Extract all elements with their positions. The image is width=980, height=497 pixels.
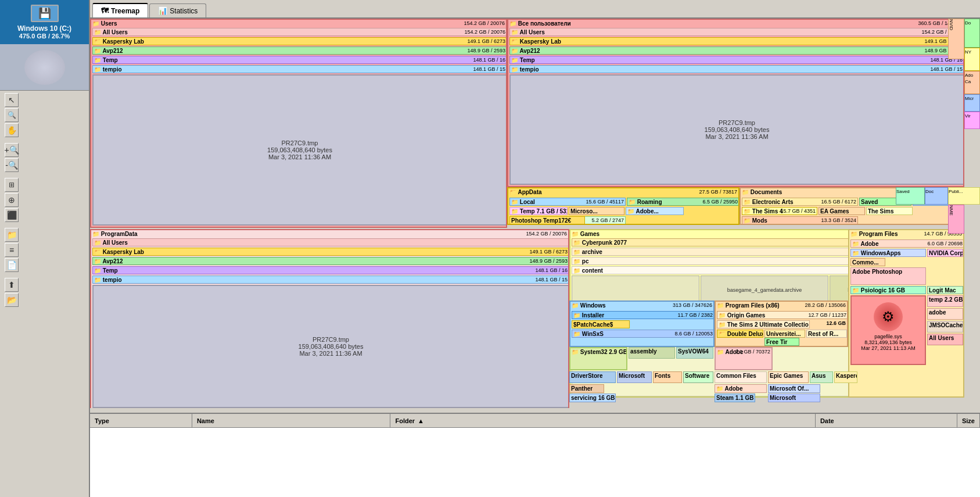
epic-games-cell[interactable]: Epic Games bbox=[768, 371, 809, 383]
list-tool[interactable]: ≡ bbox=[5, 243, 19, 257]
photoshop-temp[interactable]: Photoshop Temp172€ bbox=[509, 216, 585, 224]
hand-tool[interactable]: ✋ bbox=[5, 123, 19, 137]
grid-tool[interactable]: ⊞ bbox=[5, 178, 19, 192]
origin-games-row[interactable]: 📁 Origin Games 12.7 GB / 11237 bbox=[717, 311, 848, 319]
adobe-section[interactable]: 📁 Adobe 7.1 GB / 70372 bbox=[715, 347, 773, 370]
vse-temp[interactable]: 📁 Temp 148.1 GB / 16 bbox=[509, 56, 964, 64]
adobe-photoshop-row[interactable]: Adobe Photoshop bbox=[850, 267, 926, 285]
drive-info[interactable]: 💾 Windows 10 (C:) 475.0 GB / 26.7% bbox=[0, 0, 89, 44]
stop-tool[interactable]: ⬛ bbox=[5, 208, 19, 222]
mods-row[interactable]: 📁 Mods 13.3 GB / 3524 bbox=[742, 216, 858, 224]
pd-all-users[interactable]: 📁 All Users bbox=[92, 238, 569, 246]
driverstore-cell[interactable]: DriverStore bbox=[569, 371, 616, 383]
zoom-in-tool[interactable]: +🔍 bbox=[5, 143, 19, 157]
folder-up-tool[interactable]: ⬆ bbox=[5, 278, 19, 292]
users-section[interactable]: 📁 Users 154.2 GB / 20076 📁 All Users 154… bbox=[90, 19, 507, 228]
installer-row[interactable]: 📁 Installer 11.7 GB / 2382 bbox=[572, 311, 715, 319]
pd-tempio[interactable]: 📁 tempio 148.1 GB / 15 bbox=[92, 276, 569, 284]
logit-row[interactable]: Logit Mac bbox=[927, 286, 963, 294]
col-type[interactable]: Type bbox=[90, 414, 192, 427]
jmsocache-row[interactable]: JMSOCache bbox=[927, 321, 963, 332]
col-name[interactable]: Name bbox=[192, 414, 391, 427]
adobe-sub2-row[interactable]: adobe bbox=[927, 308, 963, 320]
local-row[interactable]: 📁 Local 15.6 GB / 45117 bbox=[509, 198, 626, 206]
windows-section[interactable]: 📁 Windows 313 GB / 347626 📁 Installer 11… bbox=[569, 301, 715, 347]
software-cell[interactable]: Software bbox=[683, 371, 713, 383]
vse-kaspersky[interactable]: 📁 Kaspersky Lab 149.1 GB / 6273 bbox=[509, 37, 964, 45]
zoom-mode-tool[interactable]: 🔍 bbox=[5, 108, 19, 122]
double-deluxe[interactable]: 📁 Double Deluxe bbox=[717, 330, 763, 338]
pr27c9-file-right[interactable]: PR27C9.tmp159,063,408,640 bytesMar 3, 20… bbox=[509, 74, 964, 185]
pd-pr27c9[interactable]: PR27C9.tmp159,063,408,640 bytesMar 3, 20… bbox=[92, 285, 569, 408]
microsoft-row[interactable]: Microso... bbox=[569, 207, 624, 215]
microsoft-bottom-cell[interactable]: Microsoft bbox=[768, 394, 820, 402]
avp-row[interactable]: 📁 Avp212 148.9 GB / 2593 bbox=[92, 47, 507, 55]
pages-tool[interactable]: 📄 bbox=[5, 258, 19, 272]
col-date[interactable]: Date bbox=[816, 414, 957, 427]
steam-cell[interactable]: Steam 1.1 GB bbox=[715, 394, 755, 402]
tempio-row[interactable]: 📁 tempio 148.1 GB / 15 bbox=[92, 65, 507, 73]
pf-x86-section[interactable]: 📁 Program Files (x86) 28.2 GB / 135066 📁… bbox=[715, 301, 848, 347]
temp-row[interactable]: 📁 Temp 148.1 GB / 16 bbox=[92, 56, 507, 64]
roaming-row[interactable]: 📁 Roaming 6.5 GB / 25950 bbox=[627, 198, 740, 206]
pf-adobe-row[interactable]: 📁 Adobe 6.0 GB / 20698 bbox=[850, 239, 964, 248]
microsoft-sys-cell[interactable]: Microsoft bbox=[617, 371, 652, 383]
pd-temp[interactable]: 📁 Temp 148.1 GB / 16 bbox=[92, 266, 569, 274]
fonts-cell[interactable]: Fonts bbox=[653, 371, 682, 383]
nvidia-strip-top[interactable]: NVID bbox=[948, 19, 964, 59]
servicing-cell[interactable]: servicing 16 GB bbox=[569, 394, 616, 402]
temp22-row[interactable]: temp 2.2 GB bbox=[927, 295, 963, 307]
adobe-sub-row2[interactable]: 📁 Adobe bbox=[715, 384, 767, 393]
pf-allusers-bottom[interactable]: All Users bbox=[927, 334, 963, 345]
tab-treemap[interactable]: 🗺 Treemap bbox=[92, 3, 148, 17]
app-temp-row[interactable]: 📁 Temp 7.1 GB / 531 bbox=[509, 207, 568, 215]
common-files-cell[interactable]: Common Files bbox=[715, 371, 767, 383]
kaspersky-row[interactable]: 📁 Kaspersky Lab 149.1 GB / 6273 bbox=[92, 37, 507, 45]
winapps-row[interactable]: 📁 WindowsApps bbox=[850, 249, 926, 257]
system32-section[interactable]: 📁 System32 2.9 GB bbox=[569, 347, 627, 370]
appdata-section[interactable]: 📁 AppData 27.5 GB / 73817 📁 Local 15.6 G… bbox=[507, 187, 740, 225]
tab-statistics[interactable]: 📊 Statistics bbox=[149, 3, 206, 17]
syswow64-cell[interactable]: SysVOW64 bbox=[676, 347, 713, 359]
public-cell[interactable]: Publi... bbox=[948, 187, 980, 205]
col-size[interactable]: Size bbox=[957, 414, 980, 427]
crosshair-tool[interactable]: ⊕ bbox=[5, 193, 19, 207]
asus-cell[interactable]: Asus bbox=[810, 371, 833, 383]
all-users-row[interactable]: 📁 All Users 154.2 GB / 20076 bbox=[92, 28, 507, 36]
sims2-row[interactable]: 📁 The Sims 2 Ultimate Collectio bbox=[717, 320, 810, 328]
common-row[interactable]: Commo... bbox=[850, 258, 885, 266]
vse-all-users[interactable]: 📁 All Users 154.2 GB / 20076 bbox=[509, 28, 964, 36]
folder-add-tool[interactable]: 📂 bbox=[5, 293, 19, 307]
rest-row[interactable]: Rest of R... bbox=[806, 330, 847, 338]
pf-section[interactable]: 📁 Program Files 14.7 GB / 58553 📁 Adobe … bbox=[848, 229, 964, 398]
do-strip[interactable]: Do bbox=[964, 19, 980, 48]
vse-avp[interactable]: 📁 Avp212 148.9 GB / 2593 bbox=[509, 47, 964, 55]
treemap-container[interactable]: 📁 Users 154.2 GB / 20076 📁 All Users 154… bbox=[90, 19, 980, 413]
ny-strip[interactable]: NY bbox=[964, 48, 980, 71]
kasperc-cell[interactable]: Kasperc bbox=[834, 371, 857, 383]
programdata-section[interactable]: 📁 ProgramData 154.2 GB / 20076 📁 All Use… bbox=[90, 229, 569, 408]
pagefile-icon-area[interactable]: ⚙ pagefile.sys8,321,499,136 bytesMar 27,… bbox=[850, 295, 926, 365]
vir-strip[interactable]: Vir bbox=[964, 112, 980, 129]
nvidia-corp-row[interactable]: NVIDIA Corp... bbox=[927, 249, 963, 257]
adobe-sub[interactable]: 📁 Adobe... bbox=[626, 207, 684, 215]
university-row[interactable]: Universitei... bbox=[764, 330, 805, 338]
vse-tempio[interactable]: 📁 tempio 148.1 GB / 15 bbox=[509, 65, 964, 73]
sims4-row[interactable]: 📁 The Sims 4 15.7 GB / 4351 bbox=[742, 207, 817, 215]
pd-avp[interactable]: 📁 Avp212 148.9 GB / 2593 bbox=[92, 257, 569, 265]
flag-folder-tool[interactable]: 📁 bbox=[5, 228, 19, 242]
col-folder[interactable]: Folder ▲ bbox=[390, 414, 815, 427]
nvidia-bottom-right[interactable]: NME bbox=[948, 205, 964, 234]
sims-sub[interactable]: The Sims bbox=[866, 207, 913, 215]
pr27c9-file-left[interactable]: PR27C9.tmp159,063,408,640 bytesMar 3, 20… bbox=[92, 74, 507, 226]
ado-ca-strip[interactable]: Ado Ca bbox=[964, 71, 980, 94]
assembly-cell[interactable]: assembly bbox=[629, 347, 675, 359]
microsoft-of-cell[interactable]: Microsoft Of... bbox=[768, 384, 820, 393]
winsxs-row[interactable]: 📁 WinSxS 8.6 GB / 120053 bbox=[572, 330, 715, 338]
patchcache-row[interactable]: $PatchCache$ bbox=[572, 320, 630, 328]
eagames-row[interactable]: EA Games bbox=[819, 207, 865, 215]
ea-row[interactable]: 📁 Electronic Arts 16.5 GB / 6172 bbox=[742, 198, 858, 206]
vse-polzovateli-section[interactable]: 📁 Все пользователи 360.5 GB / 145419 📁 A… bbox=[507, 19, 964, 187]
psiologic-row[interactable]: 📁 Psiologic 16 GB bbox=[850, 286, 926, 294]
saved-doc-strip[interactable]: Saved bbox=[896, 187, 925, 205]
